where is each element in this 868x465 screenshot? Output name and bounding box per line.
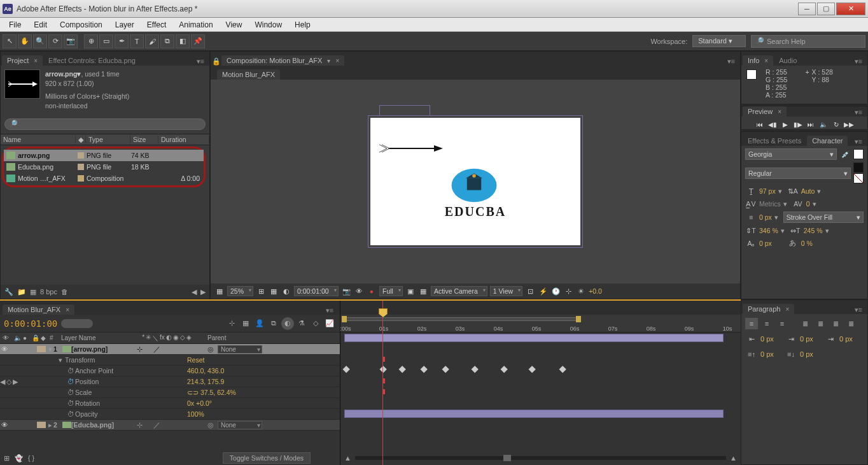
layer-row-1[interactable]: 👁 ▾ 1 [arrow.png] ⊹／ ◎ None	[0, 344, 340, 355]
fill-color-swatch[interactable]	[853, 149, 864, 159]
eraser-tool-icon[interactable]: ◧	[176, 34, 190, 48]
flowchart-icon[interactable]: ⊹	[563, 286, 573, 296]
menu-layer[interactable]: Layer	[110, 19, 139, 31]
close-icon[interactable]: ×	[778, 108, 781, 115]
tracking-value[interactable]: 0	[806, 200, 810, 208]
frame-blend-icon[interactable]: ⧉	[267, 317, 280, 330]
clone-tool-icon[interactable]: ⧉	[160, 34, 174, 48]
prev-frame-icon[interactable]: ◀▮	[767, 119, 778, 129]
views-dropdown[interactable]: 1 View	[490, 286, 522, 296]
label-color-icon[interactable]	[37, 422, 46, 428]
work-area-end-handle[interactable]	[576, 316, 581, 322]
motion-blur-icon[interactable]: ◐	[281, 317, 294, 330]
graph-editor-icon[interactable]: 📈	[323, 317, 336, 330]
scroll-left-icon[interactable]: ◀	[192, 288, 197, 296]
prop-opacity-row[interactable]: ⏱ Opacity 100%	[0, 409, 340, 420]
add-key-icon[interactable]: ◇	[6, 378, 11, 385]
stroke-width-value[interactable]: 0 px	[759, 213, 772, 221]
hide-shy-icon[interactable]: 👤	[253, 317, 266, 330]
label-color-icon[interactable]	[37, 346, 46, 352]
prop-position-row[interactable]: ◀◇▶ ⏱ Position 214.3, 175.9	[0, 376, 340, 387]
zoom-in-icon[interactable]: ▲	[730, 454, 737, 462]
resolution-dropdown[interactable]: Full	[379, 286, 403, 296]
eyedropper-icon[interactable]: 💉	[839, 149, 851, 159]
search-help-input[interactable]: 🔎 Search Help	[751, 35, 865, 48]
playhead[interactable]	[382, 301, 383, 465]
opacity-value[interactable]: 100%	[187, 410, 270, 418]
scroll-right-icon[interactable]: ▶	[200, 288, 206, 296]
prop-anchor-row[interactable]: ⏱ Anchor Point 460.0, 436.0	[0, 366, 340, 376]
curly-icon[interactable]: { }	[28, 454, 34, 462]
minimize-button[interactable]: ─	[798, 3, 816, 15]
menu-view[interactable]: View	[221, 19, 248, 31]
prop-scale-row[interactable]: ⏱ Scale ⊂⊃ 37.5, 62.4%	[0, 387, 340, 398]
tab-audio[interactable]: Audio	[774, 55, 802, 66]
space-before-value[interactable]: 0 px	[760, 350, 782, 358]
lock-icon[interactable]: 🔒	[212, 57, 221, 66]
keyframe-icon[interactable]	[559, 366, 566, 373]
justify-left-icon[interactable]: ≣	[799, 318, 811, 329]
mask-toggle-icon[interactable]: ▦	[214, 286, 225, 296]
tab-paragraph[interactable]: Paragraph×	[743, 304, 794, 314]
tab-preview[interactable]: Preview×	[743, 106, 787, 117]
stroke-color-swatch[interactable]	[853, 162, 864, 173]
expand-icon[interactable]: ▸	[47, 421, 53, 429]
keyframe-icon[interactable]	[343, 366, 350, 373]
exposure-value[interactable]: +0.0	[589, 287, 602, 295]
timeline-icon[interactable]: 🕐	[550, 286, 561, 296]
project-row-arrow[interactable]: arrow.png PNG file 74 KB	[4, 150, 204, 161]
leading-value[interactable]: Auto	[801, 187, 815, 195]
stopwatch-icon[interactable]: ⏱	[67, 367, 74, 375]
hand-tool-icon[interactable]: ✋	[18, 34, 32, 48]
transform-group-row[interactable]: ▾ Transform Reset	[0, 355, 340, 366]
toggle-switches-button[interactable]: Toggle Switches / Modes	[223, 452, 311, 464]
expand-icon[interactable]: ▾	[47, 345, 53, 353]
label-color-icon[interactable]	[78, 164, 84, 170]
transparency-icon[interactable]: ▦	[418, 286, 428, 296]
project-row-comp[interactable]: Motion …r_AFX Composition Δ 0:00	[4, 173, 204, 184]
tab-character[interactable]: Character	[807, 136, 848, 146]
eye-col-icon[interactable]: 👁	[0, 334, 11, 341]
fast-preview-icon[interactable]: ⚡	[538, 286, 548, 296]
ghost-icon[interactable]: 👻	[15, 454, 23, 462]
hscale-value[interactable]: 245 %	[804, 227, 823, 234]
visibility-toggle-icon[interactable]: 👁	[0, 345, 9, 353]
collapse-icon[interactable]: ▾	[57, 356, 64, 364]
tab-info[interactable]: Info×	[743, 55, 773, 66]
zoom-slider-handle[interactable]	[503, 455, 511, 461]
composition-viewport[interactable]: EDUCBA	[211, 80, 740, 283]
align-left-icon[interactable]: ≡	[745, 318, 758, 329]
zoom-dropdown[interactable]: 25%	[227, 286, 253, 296]
keyframe-icon[interactable]	[442, 366, 449, 373]
indent-left-value[interactable]: 0 px	[760, 335, 782, 343]
close-button[interactable]: ✕	[836, 3, 865, 15]
align-center-icon[interactable]: ≡	[760, 318, 773, 329]
new-comp-icon[interactable]: ▦	[30, 288, 36, 296]
label-col-icon[interactable]: ◆	[38, 334, 47, 341]
mute-icon[interactable]: 🔈	[818, 119, 829, 129]
stopwatch-icon[interactable]: ⏱	[67, 389, 74, 396]
prev-key-icon[interactable]: ◀	[0, 378, 5, 385]
tab-effect-controls[interactable]: Effect Controls: Educba.png	[43, 55, 141, 66]
new-folder-icon[interactable]: 📁	[17, 288, 26, 296]
parent-dropdown[interactable]: None	[218, 345, 262, 354]
loop-icon[interactable]: ↻	[830, 119, 842, 129]
zoom-out-icon[interactable]: ▲	[344, 454, 351, 462]
tab-composition[interactable]: Composition: Motion Blur_AFX ▾×	[221, 55, 344, 66]
baseline-value[interactable]: 0 px	[759, 240, 772, 247]
educba-logo-graphic[interactable]	[449, 168, 499, 203]
menu-effect[interactable]: Effect	[142, 19, 171, 31]
menu-composition[interactable]: Composition	[55, 19, 108, 31]
comp-mini-flowchart-icon[interactable]: ⊹	[225, 317, 238, 330]
close-icon[interactable]: ×	[785, 306, 789, 313]
timeline-tracks-area[interactable]: :00s01s02s03s04s05s06s07s08s09s10s ▲	[340, 301, 741, 465]
stopwatch-icon[interactable]: ⏱	[67, 399, 74, 407]
draft3d-icon[interactable]: ▦	[239, 317, 252, 330]
menu-edit[interactable]: Edit	[29, 19, 52, 31]
panel-menu-icon[interactable]: ▾≡	[197, 57, 204, 66]
lock-col-icon[interactable]: 🔒	[29, 334, 38, 341]
no-stroke-swatch[interactable]	[853, 173, 864, 183]
project-search-input[interactable]: 🔎	[4, 118, 206, 130]
text-tool-icon[interactable]: T	[130, 34, 144, 48]
close-icon[interactable]: ×	[66, 306, 69, 313]
